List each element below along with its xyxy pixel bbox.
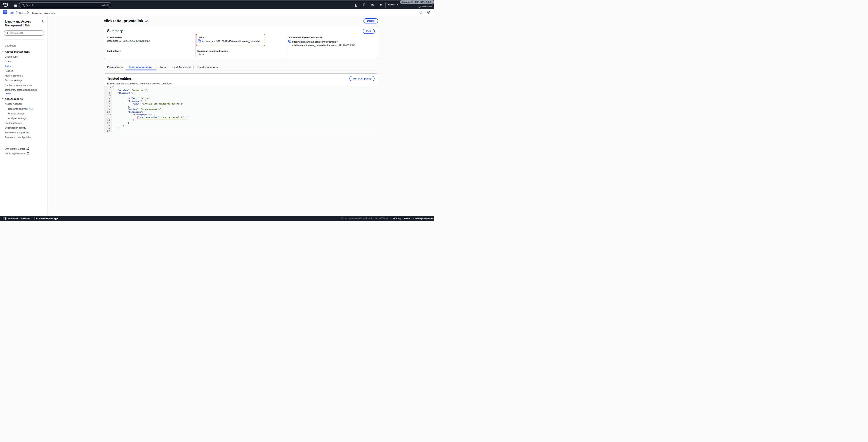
svg-text:aws: aws: [3, 2, 8, 6]
